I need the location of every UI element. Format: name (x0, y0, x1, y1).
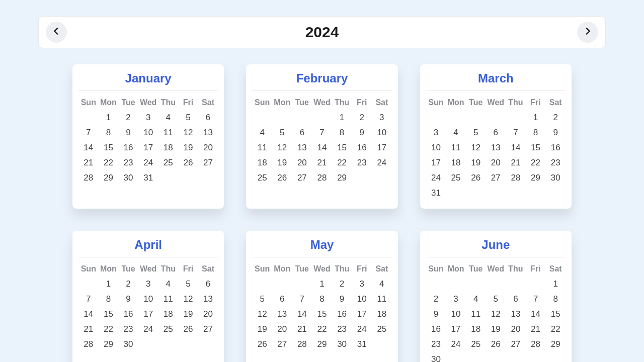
day-cell[interactable]: 28 (292, 337, 312, 352)
day-cell[interactable]: 9 (118, 125, 138, 140)
day-cell[interactable]: 21 (292, 322, 312, 337)
day-cell[interactable]: 20 (198, 140, 218, 155)
day-cell[interactable]: 7 (506, 125, 526, 140)
day-cell[interactable]: 10 (446, 307, 466, 322)
day-cell[interactable]: 6 (486, 125, 506, 140)
day-cell[interactable]: 30 (118, 337, 138, 352)
day-cell[interactable]: 1 (332, 110, 352, 125)
day-cell[interactable]: 12 (178, 125, 198, 140)
day-cell[interactable]: 8 (99, 125, 119, 140)
day-cell[interactable]: 2 (118, 110, 138, 125)
day-cell[interactable]: 17 (138, 307, 158, 322)
day-cell[interactable]: 6 (198, 110, 218, 125)
day-cell[interactable]: 24 (352, 322, 372, 337)
day-cell[interactable]: 20 (198, 307, 218, 322)
day-cell[interactable]: 16 (118, 140, 138, 155)
day-cell[interactable]: 25 (466, 337, 486, 352)
day-cell[interactable]: 22 (99, 155, 119, 170)
day-cell[interactable]: 8 (99, 292, 119, 307)
day-cell[interactable]: 2 (545, 110, 566, 125)
day-cell[interactable]: 21 (312, 155, 332, 170)
day-cell[interactable]: 23 (332, 322, 352, 337)
day-cell[interactable]: 1 (99, 277, 119, 292)
day-cell[interactable]: 31 (138, 170, 158, 186)
next-year-button[interactable] (577, 22, 598, 43)
day-cell[interactable]: 4 (158, 110, 178, 125)
day-cell[interactable]: 2 (118, 277, 138, 292)
day-cell[interactable]: 21 (506, 155, 526, 170)
day-cell[interactable]: 10 (352, 292, 372, 307)
day-cell[interactable]: 9 (426, 307, 446, 322)
day-cell[interactable]: 24 (138, 155, 158, 170)
day-cell[interactable]: 20 (486, 155, 506, 170)
day-cell[interactable]: 28 (506, 170, 526, 186)
day-cell[interactable]: 26 (486, 337, 506, 352)
day-cell[interactable]: 22 (99, 322, 119, 337)
day-cell[interactable]: 13 (198, 292, 218, 307)
day-cell[interactable]: 16 (426, 322, 446, 337)
day-cell[interactable]: 3 (426, 125, 446, 140)
day-cell[interactable]: 22 (312, 322, 332, 337)
day-cell[interactable]: 27 (506, 337, 526, 352)
day-cell[interactable]: 18 (466, 322, 486, 337)
day-cell[interactable]: 11 (466, 307, 486, 322)
day-cell[interactable]: 15 (332, 140, 352, 155)
day-cell[interactable]: 12 (486, 307, 506, 322)
day-cell[interactable]: 27 (486, 170, 506, 186)
day-cell[interactable]: 6 (292, 125, 312, 140)
day-cell[interactable]: 1 (99, 110, 119, 125)
day-cell[interactable]: 8 (545, 292, 566, 307)
day-cell[interactable]: 23 (118, 322, 138, 337)
day-cell[interactable]: 10 (138, 292, 158, 307)
day-cell[interactable]: 28 (78, 337, 99, 352)
day-cell[interactable]: 28 (78, 170, 99, 186)
day-cell[interactable]: 4 (446, 125, 466, 140)
day-cell[interactable]: 19 (272, 155, 292, 170)
day-cell[interactable]: 5 (486, 292, 506, 307)
day-cell[interactable]: 14 (526, 307, 546, 322)
day-cell[interactable]: 17 (138, 140, 158, 155)
day-cell[interactable]: 14 (506, 140, 526, 155)
day-cell[interactable]: 21 (78, 322, 99, 337)
day-cell[interactable]: 12 (252, 307, 272, 322)
day-cell[interactable]: 17 (352, 307, 372, 322)
day-cell[interactable]: 13 (198, 125, 218, 140)
day-cell[interactable]: 2 (426, 292, 446, 307)
day-cell[interactable]: 6 (198, 277, 218, 292)
day-cell[interactable]: 21 (78, 155, 99, 170)
day-cell[interactable]: 24 (446, 337, 466, 352)
day-cell[interactable]: 27 (198, 155, 218, 170)
day-cell[interactable]: 3 (352, 277, 372, 292)
day-cell[interactable]: 24 (138, 322, 158, 337)
day-cell[interactable]: 1 (545, 277, 566, 292)
day-cell[interactable]: 16 (332, 307, 352, 322)
day-cell[interactable]: 14 (292, 307, 312, 322)
day-cell[interactable]: 31 (352, 337, 372, 352)
day-cell[interactable]: 11 (158, 125, 178, 140)
day-cell[interactable]: 7 (526, 292, 546, 307)
day-cell[interactable]: 14 (78, 307, 99, 322)
day-cell[interactable]: 18 (446, 155, 466, 170)
day-cell[interactable]: 5 (252, 292, 272, 307)
day-cell[interactable]: 21 (526, 322, 546, 337)
day-cell[interactable]: 20 (506, 322, 526, 337)
day-cell[interactable]: 4 (466, 292, 486, 307)
day-cell[interactable]: 20 (292, 155, 312, 170)
day-cell[interactable]: 14 (312, 140, 332, 155)
day-cell[interactable]: 26 (252, 337, 272, 352)
day-cell[interactable]: 25 (372, 322, 392, 337)
day-cell[interactable]: 11 (252, 140, 272, 155)
day-cell[interactable]: 29 (545, 337, 566, 352)
day-cell[interactable]: 20 (272, 322, 292, 337)
day-cell[interactable]: 2 (332, 277, 352, 292)
day-cell[interactable]: 31 (426, 186, 446, 201)
day-cell[interactable]: 17 (426, 155, 446, 170)
day-cell[interactable]: 25 (252, 170, 272, 186)
day-cell[interactable]: 9 (332, 292, 352, 307)
day-cell[interactable]: 5 (178, 110, 198, 125)
day-cell[interactable]: 26 (466, 170, 486, 186)
day-cell[interactable]: 27 (292, 170, 312, 186)
day-cell[interactable]: 24 (426, 170, 446, 186)
day-cell[interactable]: 19 (178, 307, 198, 322)
day-cell[interactable]: 6 (506, 292, 526, 307)
